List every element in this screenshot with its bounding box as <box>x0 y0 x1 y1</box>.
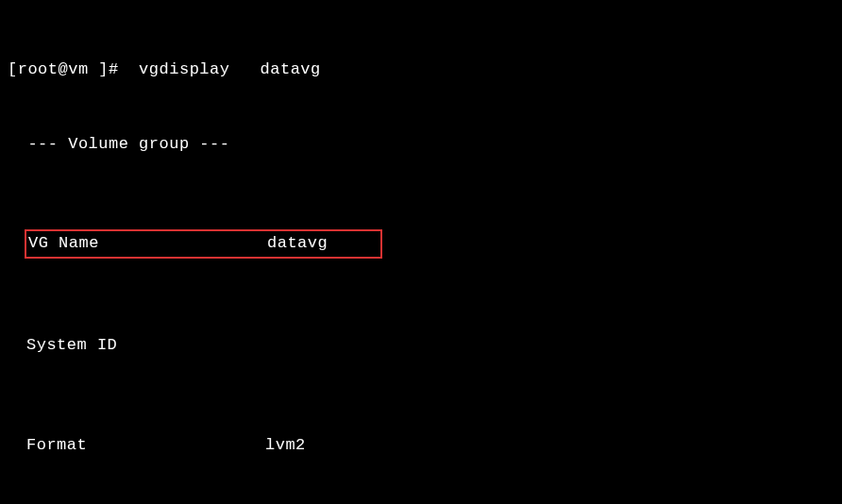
value-format: lvm2 <box>265 433 306 458</box>
highlight-vg-name: VG Namedatavg <box>25 229 382 259</box>
header-line: --- Volume group --- <box>8 132 842 157</box>
row-vg-name: VG Namedatavg <box>8 231 842 259</box>
label-system-id: System ID <box>26 333 265 358</box>
row-format: Formatlvm2 <box>8 433 842 458</box>
label-format: Format <box>26 433 265 458</box>
value-vg-name: datavg <box>267 231 380 256</box>
prompt-userhost: [root@vm ]# <box>8 60 119 78</box>
prompt-command: vgdisplay datavg <box>119 60 321 78</box>
prompt-line: [root@vm ]# vgdisplay datavg <box>8 58 842 82</box>
label-vg-name: VG Name <box>28 231 267 256</box>
row-system-id: System ID <box>8 333 842 358</box>
terminal-output: [root@vm ]# vgdisplay datavg --- Volume … <box>8 8 842 504</box>
